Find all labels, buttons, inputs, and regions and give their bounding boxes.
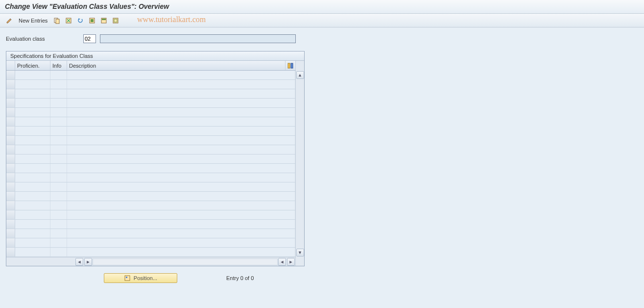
cell-proficiency[interactable] <box>15 173 50 182</box>
cell-proficiency[interactable] <box>15 71 50 79</box>
column-header-info[interactable]: Info <box>50 61 67 70</box>
cell-description[interactable] <box>67 108 295 117</box>
cell-info[interactable] <box>50 220 67 229</box>
cell-description[interactable] <box>67 89 295 98</box>
row-selector[interactable] <box>6 248 15 257</box>
row-selector[interactable] <box>6 127 15 135</box>
cell-description[interactable] <box>67 201 295 210</box>
cell-info[interactable] <box>50 164 67 173</box>
column-header-proficiency[interactable]: Proficien. <box>15 61 50 70</box>
cell-info[interactable] <box>50 229 67 238</box>
row-selector[interactable] <box>6 71 15 79</box>
cell-description[interactable] <box>67 192 295 201</box>
cell-info[interactable] <box>50 80 67 89</box>
cell-proficiency[interactable] <box>15 192 50 201</box>
row-selector[interactable] <box>6 210 15 219</box>
row-selector[interactable] <box>6 182 15 191</box>
cell-info[interactable] <box>50 248 67 257</box>
evaluation-class-description-input[interactable] <box>100 34 296 43</box>
row-selector[interactable] <box>6 173 15 182</box>
cell-info[interactable] <box>50 238 67 247</box>
cell-description[interactable] <box>67 127 295 135</box>
cell-info[interactable] <box>50 182 67 191</box>
cell-proficiency[interactable] <box>15 145 50 154</box>
display-change-toggle-icon[interactable] <box>5 16 14 25</box>
cell-description[interactable] <box>67 220 295 229</box>
cell-description[interactable] <box>67 229 295 238</box>
row-selector[interactable] <box>6 220 15 229</box>
cell-info[interactable] <box>50 117 67 126</box>
cell-info[interactable] <box>50 201 67 210</box>
cell-proficiency[interactable] <box>15 99 50 107</box>
column-header-description[interactable]: Description <box>67 61 286 70</box>
row-selector[interactable] <box>6 99 15 107</box>
row-selector[interactable] <box>6 201 15 210</box>
cell-info[interactable] <box>50 99 67 107</box>
cell-proficiency[interactable] <box>15 248 50 257</box>
cell-proficiency[interactable] <box>15 117 50 126</box>
cell-proficiency[interactable] <box>15 220 50 229</box>
row-selector[interactable] <box>6 154 15 163</box>
cell-proficiency[interactable] <box>15 127 50 135</box>
cell-description[interactable] <box>67 182 295 191</box>
cell-description[interactable] <box>67 154 295 163</box>
deselect-all-icon[interactable] <box>111 16 120 25</box>
select-all-icon[interactable] <box>88 16 96 25</box>
cell-proficiency[interactable] <box>15 164 50 173</box>
cell-description[interactable] <box>67 248 295 257</box>
copy-as-icon[interactable] <box>52 16 61 25</box>
cell-proficiency[interactable] <box>15 210 50 219</box>
select-block-icon[interactable] <box>99 16 108 25</box>
row-selector[interactable] <box>6 145 15 154</box>
row-selector[interactable] <box>6 89 15 98</box>
cell-description[interactable] <box>67 71 295 79</box>
cell-description[interactable] <box>67 210 295 219</box>
cell-info[interactable] <box>50 154 67 163</box>
row-selector[interactable] <box>6 192 15 201</box>
cell-info[interactable] <box>50 136 67 145</box>
cell-description[interactable] <box>67 117 295 126</box>
cell-description[interactable] <box>67 80 295 89</box>
cell-info[interactable] <box>50 127 67 135</box>
row-selector[interactable] <box>6 117 15 126</box>
hscroll-track[interactable] <box>93 258 278 265</box>
cell-info[interactable] <box>50 145 67 154</box>
cell-info[interactable] <box>50 192 67 201</box>
cell-info[interactable] <box>50 108 67 117</box>
cell-proficiency[interactable] <box>15 89 50 98</box>
configure-columns-icon[interactable] <box>286 61 295 70</box>
cell-info[interactable] <box>50 89 67 98</box>
cell-description[interactable] <box>67 99 295 107</box>
scroll-left-end-icon[interactable]: ◄ <box>278 258 286 266</box>
row-selector[interactable] <box>6 108 15 117</box>
cell-proficiency[interactable] <box>15 182 50 191</box>
row-selector[interactable] <box>6 136 15 145</box>
position-button[interactable]: Position... <box>104 273 177 283</box>
cell-info[interactable] <box>50 71 67 79</box>
cell-info[interactable] <box>50 210 67 219</box>
scroll-up-icon[interactable]: ▲ <box>296 71 304 79</box>
evaluation-class-input[interactable] <box>83 34 96 43</box>
cell-info[interactable] <box>50 173 67 182</box>
new-entries-button[interactable]: New Entries <box>17 18 49 24</box>
cell-proficiency[interactable] <box>15 229 50 238</box>
cell-description[interactable] <box>67 136 295 145</box>
select-all-rows-header[interactable] <box>6 61 15 70</box>
cell-description[interactable] <box>67 238 295 247</box>
cell-proficiency[interactable] <box>15 238 50 247</box>
cell-proficiency[interactable] <box>15 201 50 210</box>
scroll-down-icon[interactable]: ▼ <box>296 249 304 257</box>
cell-description[interactable] <box>67 164 295 173</box>
cell-proficiency[interactable] <box>15 108 50 117</box>
cell-description[interactable] <box>67 173 295 182</box>
scroll-right-end-icon[interactable]: ► <box>287 258 295 266</box>
row-selector[interactable] <box>6 80 15 89</box>
row-selector[interactable] <box>6 229 15 238</box>
row-selector[interactable] <box>6 164 15 173</box>
delete-icon[interactable] <box>64 16 73 25</box>
cell-proficiency[interactable] <box>15 136 50 145</box>
scroll-right-icon[interactable]: ► <box>84 258 92 266</box>
cell-description[interactable] <box>67 145 295 154</box>
cell-proficiency[interactable] <box>15 154 50 163</box>
undo-change-icon[interactable] <box>76 16 85 25</box>
